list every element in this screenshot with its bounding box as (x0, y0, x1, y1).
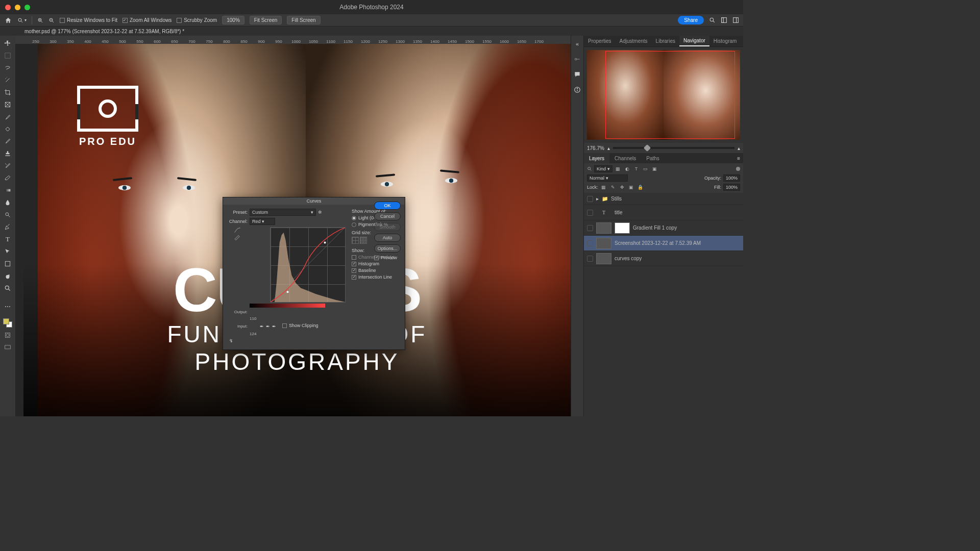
crop-tool-icon[interactable] (3, 88, 12, 97)
eyedropper-tool-icon[interactable] (3, 112, 12, 121)
filter-shape-icon[interactable]: ▭ (642, 165, 649, 172)
filter-search-icon[interactable] (587, 166, 592, 171)
eyedropper-black-icon[interactable]: ✒ (260, 324, 264, 329)
lock-position-icon[interactable]: ✥ (619, 184, 626, 191)
chevron-icon[interactable]: ▸ (596, 196, 599, 202)
preview-checkbox[interactable]: Preview (374, 255, 401, 260)
histogram-checkbox[interactable]: Histogram (352, 261, 401, 266)
navigator-viewbox[interactable] (605, 51, 735, 139)
workspace-icon[interactable] (721, 17, 727, 23)
zoom-in-small-icon[interactable]: ▴ (738, 145, 740, 151)
layer-row[interactable]: Screenshot 2023-12-22 at 7.52.39 AM (584, 236, 743, 251)
info-panel-icon[interactable] (573, 86, 581, 94)
wand-tool-icon[interactable] (3, 76, 12, 85)
curves-dialog[interactable]: Curves Preset: Custom ▾ ✲ Channel: Red ▾ (223, 197, 405, 350)
zoom-all-checkbox[interactable]: Zoom All Windows (122, 17, 172, 23)
type-tool-icon[interactable]: T (3, 235, 12, 244)
gradient-tool-icon[interactable] (3, 186, 12, 195)
screen-mode-icon[interactable] (3, 343, 12, 352)
layer-row[interactable]: curves copy (584, 251, 743, 266)
canvas[interactable]: PRO EDU CURVES FUNDAMENTALS OF PHOTOGRAP… (23, 44, 571, 416)
tab-histogram[interactable]: Histogram (709, 36, 741, 46)
panel-menu-icon[interactable]: ≡ (741, 38, 743, 44)
tab-properties[interactable]: Properties (584, 36, 616, 46)
auto-button[interactable]: Auto (374, 234, 401, 242)
visibility-icon[interactable] (587, 240, 593, 246)
edit-toolbar-icon[interactable]: ⋯ (3, 302, 12, 311)
zoom-in-icon[interactable] (37, 17, 43, 23)
pen-tool-icon[interactable] (3, 222, 12, 232)
intersection-checkbox[interactable]: Intersection Line (352, 274, 401, 280)
visibility-icon[interactable] (587, 196, 593, 202)
share-button[interactable]: Share (678, 16, 704, 24)
eraser-tool-icon[interactable] (3, 173, 12, 183)
layer-panel-menu-icon[interactable]: ≡ (734, 156, 743, 161)
comment-panel-icon[interactable] (573, 70, 581, 79)
zoom-level[interactable]: 176.7% (587, 145, 604, 151)
options-button[interactable]: Options... (374, 244, 401, 253)
filter-type-icon[interactable]: T (633, 165, 640, 172)
resize-windows-checkbox[interactable]: Resize Windows to Fit (60, 17, 117, 23)
history-brush-tool-icon[interactable] (3, 161, 12, 170)
brush-panel-icon[interactable] (573, 55, 581, 63)
brush-tool-icon[interactable] (3, 137, 12, 146)
panel-collapse-icon[interactable]: « (573, 40, 581, 48)
zoom-out-small-icon[interactable]: ▴ (607, 145, 610, 151)
home-icon[interactable] (4, 16, 12, 24)
zoom-slider[interactable] (613, 147, 734, 149)
tab-channels[interactable]: Channels (609, 153, 641, 163)
heal-tool-icon[interactable] (3, 124, 12, 134)
tab-adjustments[interactable]: Adjustments (616, 36, 652, 46)
channel-select[interactable]: Red ▾ (250, 218, 275, 225)
move-tool-icon[interactable] (3, 39, 12, 48)
blur-tool-icon[interactable] (3, 198, 12, 207)
filter-kind-select[interactable]: Kind ▾ (594, 165, 612, 172)
visibility-icon[interactable] (587, 225, 593, 231)
lock-transparency-icon[interactable]: ▦ (600, 184, 607, 191)
close-window-icon[interactable] (5, 5, 11, 10)
minimize-window-icon[interactable] (15, 5, 20, 10)
maximize-window-icon[interactable] (24, 5, 30, 10)
lock-pixels-icon[interactable]: ✎ (609, 184, 617, 191)
opacity-value[interactable]: 100% (723, 174, 740, 182)
lock-all-icon[interactable]: 🔒 (637, 184, 644, 191)
target-adjust-icon[interactable]: ↯ (229, 338, 233, 343)
preset-menu-icon[interactable]: ✲ (318, 210, 322, 215)
grid-4x4-icon[interactable] (352, 237, 359, 244)
quick-mask-icon[interactable] (3, 331, 12, 340)
layer-row[interactable]: ▸📁Stills (584, 193, 743, 205)
curves-graph[interactable] (270, 227, 346, 303)
dodge-tool-icon[interactable] (3, 210, 12, 219)
path-tool-icon[interactable] (3, 247, 12, 256)
scrubby-zoom-checkbox[interactable]: Scrubby Zoom (177, 17, 217, 23)
workspace-menu-icon[interactable] (732, 17, 739, 23)
baseline-checkbox[interactable]: Baseline (352, 268, 401, 273)
zoom-dropdown[interactable]: ▾ (17, 17, 27, 23)
fill-screen-button[interactable]: Fill Screen (287, 16, 320, 24)
ok-button[interactable]: OK (374, 202, 401, 210)
lasso-tool-icon[interactable] (3, 63, 12, 72)
curve-mode-icon[interactable] (234, 227, 241, 233)
pencil-mode-icon[interactable] (234, 234, 241, 240)
cancel-button[interactable]: Cancel (374, 212, 401, 220)
zoom-out-icon[interactable] (48, 17, 55, 23)
filter-smart-icon[interactable]: ▣ (651, 165, 658, 172)
filter-adjust-icon[interactable]: ◐ (624, 165, 631, 172)
preset-select[interactable]: Custom ▾ (250, 209, 316, 216)
frame-tool-icon[interactable] (3, 100, 12, 109)
grid-10x10-icon[interactable] (360, 237, 367, 244)
color-swatches[interactable] (3, 318, 12, 328)
visibility-icon[interactable] (587, 256, 593, 262)
layer-row[interactable]: Gradient Fill 1 copy (584, 220, 743, 236)
tab-libraries[interactable]: Libraries (652, 36, 679, 46)
zoom-tool-icon[interactable] (3, 284, 12, 293)
marquee-tool-icon[interactable] (3, 51, 12, 60)
blend-mode-select[interactable]: Normal ▾ (587, 174, 628, 182)
tab-navigator[interactable]: Navigator (679, 36, 709, 46)
filter-toggle-icon[interactable] (736, 167, 740, 171)
zoom-100-button[interactable]: 100% (222, 16, 244, 24)
document-tab[interactable]: mother.psd @ 177% (Screenshot 2023-12-22… (0, 27, 743, 36)
stamp-tool-icon[interactable] (3, 149, 12, 158)
fill-value[interactable]: 100% (723, 184, 740, 191)
eyedropper-gray-icon[interactable]: ✒ (266, 324, 270, 329)
